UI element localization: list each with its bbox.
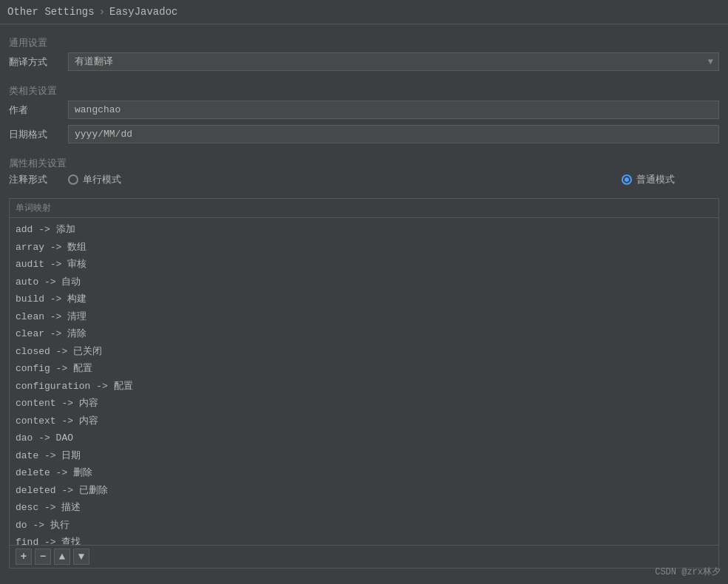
remove-button[interactable]: − — [35, 549, 51, 565]
word-mapping-list[interactable]: add -> 添加array -> 数组audit -> 审核auto -> 自… — [10, 218, 718, 545]
mapping-item[interactable]: add -> 添加 — [16, 221, 712, 239]
mapping-item[interactable]: delete -> 删除 — [16, 464, 712, 482]
author-label: 作者 — [9, 103, 61, 117]
general-settings-label: 通用设置 — [9, 36, 719, 50]
comment-style-label: 注释形式 — [9, 173, 61, 186]
attr-settings-block: 属性相关设置 注释形式 单行模式 普通模式 — [9, 152, 719, 192]
word-mapping-section: 单词映射 add -> 添加array -> 数组audit -> 审核auto… — [9, 198, 719, 568]
mapping-item[interactable]: auto -> 自动 — [16, 274, 712, 291]
radio-normal-mode-label: 普通模式 — [636, 173, 675, 186]
add-button[interactable]: + — [16, 549, 32, 565]
watermark: CSDN @zrx林夕 — [655, 566, 721, 578]
attr-settings-label: 属性相关设置 — [9, 157, 719, 170]
translation-row: 翻译方式 有道翻译 百度翻译 Google翻译 ▼ — [9, 52, 719, 71]
translation-select[interactable]: 有道翻译 百度翻译 Google翻译 — [68, 52, 719, 71]
radio-single-line[interactable]: 单行模式 — [68, 173, 121, 186]
class-settings-label: 类相关设置 — [9, 84, 719, 98]
toolbar-bottom: + − ▲ ▼ — [10, 545, 718, 568]
radio-single-line-label: 单行模式 — [83, 173, 121, 186]
date-format-label: 日期格式 — [9, 128, 61, 141]
class-settings-block: 类相关设置 作者 日期格式 — [9, 80, 719, 149]
mapping-item[interactable]: do -> 执行 — [16, 517, 712, 534]
mapping-item[interactable]: desc -> 描述 — [16, 499, 712, 517]
breadcrumb-separator: › — [99, 6, 105, 18]
comment-style-row: 注释形式 单行模式 普通模式 — [9, 173, 719, 186]
radio-options: 单行模式 普通模式 — [68, 173, 719, 186]
mapping-item[interactable]: audit -> 审核 — [16, 256, 712, 274]
mapping-item[interactable]: configuration -> 配置 — [16, 378, 712, 395]
word-mapping-header: 单词映射 — [10, 199, 718, 218]
translation-label: 翻译方式 — [9, 55, 61, 69]
mapping-item[interactable]: find -> 查找 — [16, 534, 712, 545]
mapping-item[interactable]: config -> 配置 — [16, 360, 712, 378]
down-button[interactable]: ▼ — [73, 549, 89, 565]
breadcrumb-current: EasyJavadoc — [109, 6, 177, 18]
mapping-item[interactable]: clear -> 清除 — [16, 325, 712, 343]
date-format-row: 日期格式 — [9, 125, 719, 143]
author-row: 作者 — [9, 101, 719, 119]
radio-normal-mode-circle — [622, 174, 632, 185]
mapping-item[interactable]: build -> 构建 — [16, 291, 712, 308]
mapping-item[interactable]: clean -> 清理 — [16, 308, 712, 326]
radio-single-line-circle — [68, 174, 78, 185]
mapping-item[interactable]: closed -> 已关闭 — [16, 343, 712, 361]
radio-normal-mode[interactable]: 普通模式 — [622, 173, 675, 186]
author-input[interactable] — [68, 101, 719, 119]
mapping-item[interactable]: dao -> DAO — [16, 429, 712, 447]
breadcrumb-bar: Other Settings › EasyJavadoc — [0, 0, 728, 24]
mapping-item[interactable]: context -> 内容 — [16, 412, 712, 430]
up-button[interactable]: ▲ — [54, 549, 70, 565]
mapping-item[interactable]: content -> 内容 — [16, 395, 712, 412]
mapping-item[interactable]: date -> 日期 — [16, 447, 712, 465]
date-format-input[interactable] — [68, 125, 719, 143]
main-content: 通用设置 翻译方式 有道翻译 百度翻译 Google翻译 ▼ 类相关设置 作者 … — [0, 24, 728, 576]
breadcrumb-parent[interactable]: Other Settings — [7, 6, 95, 18]
general-settings-block: 通用设置 翻译方式 有道翻译 百度翻译 Google翻译 ▼ — [9, 32, 719, 77]
mapping-item[interactable]: array -> 数组 — [16, 239, 712, 257]
mapping-item[interactable]: deleted -> 已删除 — [16, 482, 712, 500]
translation-dropdown-wrapper: 有道翻译 百度翻译 Google翻译 ▼ — [68, 52, 719, 71]
